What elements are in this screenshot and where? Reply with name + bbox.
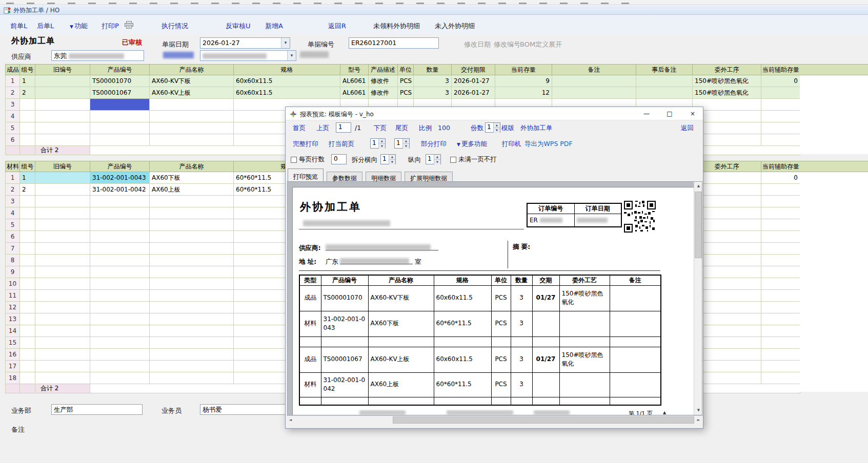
- vertical-scroll-thumb[interactable]: [695, 192, 702, 258]
- table-cell[interactable]: [20, 313, 35, 325]
- table-cell[interactable]: [20, 111, 35, 122]
- table-cell[interactable]: AL6061: [340, 87, 369, 99]
- table-cell[interactable]: [150, 278, 234, 290]
- table-cell[interactable]: [90, 278, 150, 290]
- table-cell[interactable]: [761, 266, 800, 278]
- table-cell[interactable]: 60x60x11.5: [234, 75, 340, 87]
- table-cell[interactable]: [35, 372, 90, 384]
- print-from-stepper[interactable]: 1 ▲▼: [370, 138, 386, 149]
- spin-up-icon[interactable]: ▲: [389, 155, 395, 160]
- column-header[interactable]: 事后备注: [636, 65, 693, 75]
- add-button[interactable]: 新增A: [265, 22, 283, 31]
- table-cell[interactable]: [761, 134, 800, 146]
- doc-date-input[interactable]: 2026-01-27 ▾: [200, 37, 290, 49]
- table-cell[interactable]: [150, 99, 234, 111]
- column-header[interactable]: 组号: [20, 161, 35, 172]
- minimize-button[interactable]: —: [636, 107, 657, 120]
- scroll-down-button[interactable]: ▼: [694, 406, 702, 415]
- column-header[interactable]: 交付期限: [452, 65, 495, 75]
- full-print-button[interactable]: 完整打印: [293, 140, 318, 149]
- not-full-page-checkbox[interactable]: 未满一页不打: [450, 155, 497, 164]
- table-cell[interactable]: [150, 372, 234, 384]
- table-cell[interactable]: [761, 207, 800, 219]
- table-cell[interactable]: [761, 278, 800, 290]
- table-cell[interactable]: [761, 349, 800, 361]
- table-cell[interactable]: AL6061: [340, 75, 369, 87]
- table-cell[interactable]: 60x60x11.5: [234, 87, 340, 99]
- table-cell[interactable]: [20, 278, 35, 290]
- column-header[interactable]: 产品编号: [90, 65, 150, 75]
- spin-down-icon[interactable]: ▼: [379, 144, 385, 149]
- scroll-up-button[interactable]: ▲: [694, 182, 702, 191]
- table-cell[interactable]: 2026-01-27: [452, 87, 495, 99]
- row-number[interactable]: 6: [6, 231, 20, 243]
- column-header[interactable]: 成品: [6, 65, 20, 75]
- row-number[interactable]: 9: [6, 266, 20, 278]
- next-doc-button[interactable]: 后单L: [37, 22, 54, 31]
- more-functions-button[interactable]: ▼更多功能: [457, 140, 487, 149]
- scroll-left-button[interactable]: ◄: [286, 416, 295, 425]
- scale-label[interactable]: 比例: [419, 124, 432, 133]
- row-number[interactable]: 11: [6, 290, 20, 302]
- table-cell[interactable]: [761, 255, 800, 266]
- table-cell[interactable]: AX60-KV上板: [150, 87, 234, 99]
- table-cell[interactable]: [761, 111, 800, 122]
- table-cell[interactable]: 3: [414, 75, 452, 87]
- table-cell[interactable]: [20, 361, 35, 372]
- table-cell[interactable]: [90, 207, 150, 219]
- spinner-arrows[interactable]: ▲▼: [389, 155, 395, 164]
- row-number[interactable]: 14: [6, 325, 20, 337]
- copies-stepper[interactable]: 1 ▲▼: [485, 122, 500, 133]
- table-cell[interactable]: [90, 266, 150, 278]
- table-cell[interactable]: [90, 337, 150, 349]
- unpicked-outsource-detail-button[interactable]: 未领料外协明细: [373, 22, 420, 31]
- row-number[interactable]: 13: [6, 313, 20, 325]
- table-cell[interactable]: [150, 302, 234, 313]
- table-cell[interactable]: 2026-01-27: [452, 75, 495, 87]
- calendar-dropdown-icon[interactable]: ▾: [281, 38, 290, 48]
- table-cell[interactable]: [150, 231, 234, 243]
- spinner-arrows[interactable]: ▲▼: [493, 123, 500, 132]
- column-header[interactable]: 单位: [398, 65, 414, 75]
- spinner-arrows[interactable]: ▲▼: [402, 139, 409, 148]
- unreceived-outsource-detail-button[interactable]: 未入外协明细: [435, 22, 475, 31]
- column-header[interactable]: 材料: [6, 161, 20, 172]
- table-cell[interactable]: [20, 255, 35, 266]
- template-name-link[interactable]: 外协加工单: [520, 124, 553, 133]
- table-cell[interactable]: [150, 255, 234, 266]
- table-cell[interactable]: [90, 255, 150, 266]
- spin-up-icon[interactable]: ▲: [403, 139, 409, 144]
- table-cell[interactable]: [20, 207, 35, 219]
- table-cell[interactable]: [35, 99, 90, 111]
- table-cell[interactable]: [150, 361, 234, 372]
- column-header[interactable]: 当前辅助存量: [761, 65, 800, 75]
- prev-page-button[interactable]: 上页: [316, 124, 329, 133]
- table-cell[interactable]: [90, 325, 150, 337]
- table-cell[interactable]: [761, 87, 800, 99]
- table-cell[interactable]: [761, 290, 800, 302]
- table-cell[interactable]: [20, 372, 35, 384]
- partial-print-button[interactable]: 部分打印: [421, 140, 447, 149]
- table-cell[interactable]: [35, 349, 90, 361]
- column-header[interactable]: 产品名称: [150, 65, 234, 75]
- table-cell[interactable]: 1: [20, 172, 35, 184]
- print-to-stepper[interactable]: 1 ▲▼: [394, 138, 410, 149]
- table-cell[interactable]: 修改件: [369, 75, 398, 87]
- doc-no-input[interactable]: ER260127001: [349, 37, 439, 49]
- rows-per-page-input[interactable]: 0: [331, 154, 347, 164]
- table-cell[interactable]: 12: [495, 87, 552, 99]
- table-cell[interactable]: 2: [20, 184, 35, 196]
- table-cell[interactable]: 0: [761, 172, 800, 184]
- horizontal-scrollbar[interactable]: ◄ ►: [286, 415, 703, 424]
- column-header[interactable]: 委外工序: [693, 65, 761, 75]
- active-tab-title[interactable]: 外协加工单 / HO: [13, 6, 59, 15]
- table-cell[interactable]: [35, 231, 90, 243]
- table-cell[interactable]: [20, 290, 35, 302]
- table-cell[interactable]: [150, 243, 234, 255]
- spin-up-icon[interactable]: ▲: [379, 139, 385, 144]
- table-cell[interactable]: [35, 255, 90, 266]
- row-number[interactable]: 10: [6, 278, 20, 290]
- table-cell[interactable]: [552, 87, 636, 99]
- close-button[interactable]: ×: [682, 107, 703, 120]
- table-cell[interactable]: [35, 75, 90, 87]
